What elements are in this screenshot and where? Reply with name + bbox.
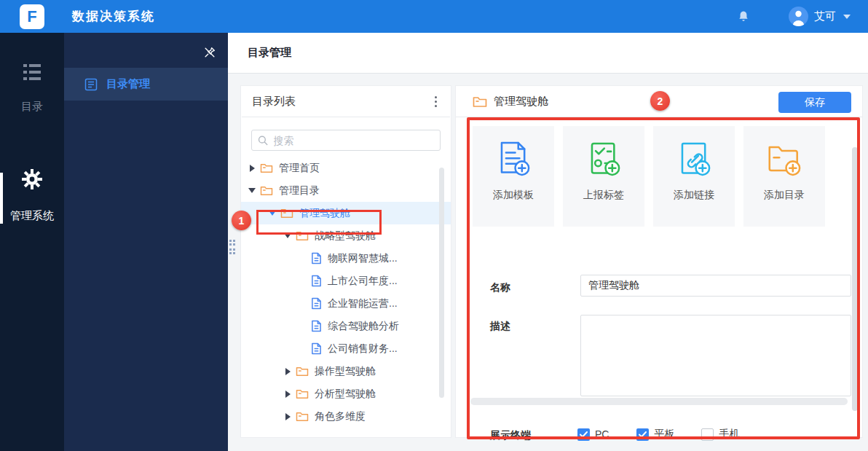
catalog-tree: 管理首页 管理目录 管理驾驶舱 战略型驾驶舱: [241, 157, 451, 428]
report-tag-icon: [584, 139, 623, 179]
tree-node-folder[interactable]: 操作型驾驶舱: [241, 360, 451, 383]
folder-icon: [296, 388, 309, 399]
username: 艾可: [814, 9, 836, 23]
tree-node-label: 战略型驾驶舱: [315, 230, 376, 243]
app-logo-icon: F: [20, 4, 44, 29]
horizontal-scrollbar[interactable]: [470, 398, 848, 405]
add-link-icon: [674, 139, 714, 179]
chevron-down-icon[interactable]: [843, 15, 851, 19]
tree-panel-title: 目录列表: [252, 95, 296, 109]
tree-node-folder[interactable]: 分析型驾驶舱: [241, 383, 451, 405]
notification-bell-icon[interactable]: [736, 9, 751, 25]
chevron-down-icon[interactable]: [248, 188, 256, 193]
submenu-panel: 目录管理: [64, 33, 228, 451]
document-icon: [311, 297, 322, 310]
add-folder-icon: [765, 139, 804, 179]
tree-node-doc[interactable]: 企业智能运营...: [241, 292, 451, 315]
card-label: 添加模板: [493, 189, 534, 202]
user-avatar[interactable]: [789, 7, 808, 26]
folder-icon: [473, 95, 487, 108]
detail-title: 管理驾驶舱: [494, 95, 548, 109]
chevron-right-icon[interactable]: [283, 391, 292, 398]
tree-node-label: 分析型驾驶舱: [315, 388, 376, 401]
tree-panel-header: 目录列表: [242, 86, 450, 117]
tree-node-label: 物联网智慧城...: [328, 252, 398, 265]
list-icon: [21, 63, 43, 81]
app-title: 数据决策系统: [72, 8, 155, 25]
catalog-tree-panel: 目录列表 管理首页 管理目录 管理驾: [240, 85, 451, 438]
checkbox-label: 手机: [719, 428, 739, 441]
tree-vertical-scrollbar[interactable]: [439, 168, 444, 398]
search-icon: [258, 135, 269, 146]
gear-icon: [21, 168, 43, 190]
document-icon: [311, 342, 322, 355]
tree-node-label: 上市公司年度...: [328, 275, 398, 288]
splitter-handle-left[interactable]: [229, 239, 237, 259]
checkbox-mobile[interactable]: 手机: [701, 428, 739, 441]
topbar-right: 艾可: [736, 7, 851, 26]
chevron-right-icon[interactable]: [283, 368, 292, 375]
folder-icon: [260, 185, 273, 196]
checkbox-checked-icon: [636, 428, 649, 441]
submenu-item-catalog-mgmt[interactable]: 目录管理: [64, 68, 228, 101]
name-label: 名称: [490, 281, 510, 294]
tree-node-doc[interactable]: 公司销售财务...: [241, 337, 451, 360]
rail-item-admin[interactable]: 管理系统: [0, 168, 64, 223]
tree-node-label: 管理目录: [279, 184, 320, 197]
chevron-right-icon[interactable]: [248, 165, 256, 172]
document-icon: [311, 275, 322, 287]
add-folder-card[interactable]: 添加目录: [743, 126, 825, 227]
tree-node-folder[interactable]: 角色多维度: [241, 405, 451, 428]
folder-icon: [296, 411, 309, 422]
save-button[interactable]: 保存: [778, 92, 851, 113]
tree-node-doc[interactable]: 综合驾驶舱分析: [241, 315, 451, 337]
add-template-card[interactable]: 添加模板: [473, 126, 554, 227]
terminal-label: 展示终端: [490, 429, 531, 442]
tree-node-label: 企业智能运营...: [328, 297, 398, 310]
checkbox-label: 平板: [654, 428, 674, 441]
chevron-right-icon[interactable]: [283, 413, 292, 420]
vertical-scrollbar[interactable]: [852, 147, 858, 411]
tree-node-label: 管理首页: [279, 162, 320, 175]
tree-node-folder[interactable]: 战略型驾驶舱: [241, 224, 451, 247]
checkbox-tablet[interactable]: 平板: [636, 428, 674, 441]
folder-icon: [296, 366, 309, 377]
tree-node-folder[interactable]: 管理首页: [241, 157, 451, 179]
folder-icon: [296, 230, 309, 241]
tree-node-doc[interactable]: 物联网智慧城...: [241, 247, 451, 270]
document-icon: [311, 320, 322, 332]
rail-item-label: 目录: [0, 100, 64, 114]
action-cards: 添加模板 上报标签: [473, 126, 825, 227]
card-label: 上报标签: [583, 189, 624, 202]
tree-node-label: 操作型驾驶舱: [315, 365, 376, 378]
page-title: 目录管理: [248, 46, 291, 60]
tree-node-label: 公司销售财务...: [328, 342, 398, 356]
rail-item-catalog[interactable]: 目录: [0, 63, 64, 114]
unpin-icon[interactable]: [203, 46, 216, 59]
detail-panel: 管理驾驶舱 保存 添加模板: [455, 85, 863, 438]
kebab-menu-icon[interactable]: [432, 93, 440, 110]
tree-node-doc[interactable]: 上市公司年度...: [241, 270, 451, 292]
tree-node-folder-selected[interactable]: 管理驾驶舱: [241, 202, 451, 224]
chevron-down-icon[interactable]: [268, 211, 277, 216]
checkbox-pc[interactable]: PC: [577, 428, 609, 441]
search-input[interactable]: [274, 135, 434, 146]
add-link-card[interactable]: 添加链接: [653, 126, 735, 227]
left-rail: 目录 管理系统: [0, 33, 64, 451]
checkbox-checked-icon: [577, 428, 590, 441]
terminal-options: PC 平板 手机: [577, 428, 767, 441]
tree-node-folder[interactable]: 管理目录: [241, 179, 451, 202]
folder-icon: [260, 162, 273, 173]
folder-icon: [280, 208, 293, 219]
tree-node-label: 综合驾驶舱分析: [328, 320, 399, 333]
submenu-item-label: 目录管理: [106, 77, 150, 91]
description-field[interactable]: [580, 315, 851, 396]
add-template-icon: [494, 139, 533, 179]
report-tag-card[interactable]: 上报标签: [563, 126, 644, 227]
tree-search: [251, 130, 441, 151]
chevron-down-icon[interactable]: [283, 233, 292, 238]
description-label: 描述: [490, 320, 510, 333]
name-field[interactable]: [580, 275, 851, 297]
checkbox-unchecked-icon: [701, 428, 714, 441]
checkbox-label: PC: [595, 428, 609, 440]
